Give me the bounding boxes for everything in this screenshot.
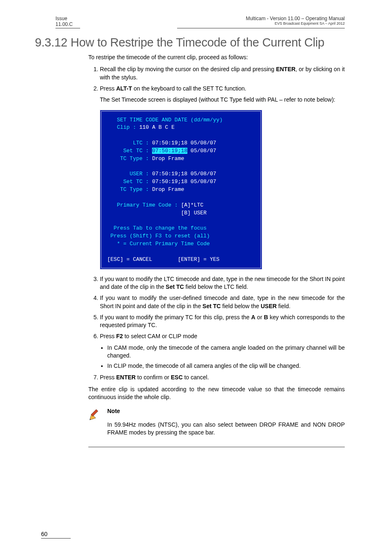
step-4-text-c: field below the: [221, 303, 261, 309]
note-title: Note: [107, 407, 345, 415]
step-6-key-f2: F2: [116, 333, 123, 339]
term-line-6b: Drop Frame: [152, 156, 184, 162]
step-2-text-a: Press: [100, 85, 116, 92]
step-6-bullet-2: In CLIP mode, the timecode of all camera…: [107, 362, 345, 370]
term-line-15: Press Tab to change the focus: [107, 225, 207, 231]
header-rules: [55, 27, 345, 28]
term-line-10b: Drop Frame: [152, 186, 184, 193]
step-2-text-d: The Set Timecode screen is displayed (wi…: [100, 96, 345, 104]
closing-paragraph: The entire clip is updated according to …: [88, 385, 345, 402]
step-7-text-a: Press: [100, 374, 116, 381]
term-line-4a: LTC :: [107, 140, 152, 146]
step-1-text-a: Recall the clip by moving the cursor on …: [100, 66, 276, 72]
step-6-text-c: to select CAM or CLIP mode: [123, 333, 197, 339]
term-line-6a: TC Type :: [107, 156, 152, 162]
section-title-text: How to Restripe the Timecode of the Curr…: [71, 36, 324, 49]
pencil-icon: [88, 407, 101, 420]
step-7-text-c: to confirm or: [136, 374, 171, 381]
note-block: Note In 59.94Hz modes (NTSC), you can al…: [88, 407, 345, 443]
page-number-value: 60: [41, 531, 48, 537]
term-line-5a: Set TC :: [107, 148, 152, 154]
term-line-5b-selected: 07:50:19;18: [152, 148, 187, 154]
note-body: In 59.94Hz modes (NTSC), you can also se…: [107, 421, 345, 437]
step-4-text-e: field.: [277, 303, 290, 309]
step-5: If you want to modify the primary TC for…: [100, 313, 345, 330]
term-line-9b: 07:50:19;18 05/08/07: [152, 179, 216, 185]
term-line-17: * = Current Primary Time Code: [107, 241, 210, 247]
term-line-8a: USER :: [107, 171, 152, 177]
intro-text: To restripe the timecode of the current …: [88, 53, 345, 61]
step-3: If you want to modify the LTC timecode a…: [100, 275, 345, 291]
step-5-key-b: B: [264, 314, 268, 320]
step-1-key-enter: ENTER: [276, 66, 295, 72]
term-line-16: Press (Shift) F3 to reset (all): [107, 233, 210, 239]
page: Issue 11.00.C Multicam - Version 11.00 –…: [0, 0, 392, 555]
issue-version: 11.00.C: [55, 21, 73, 27]
step-4-set-tc: Set TC: [203, 303, 221, 309]
issue-label: Issue: [55, 16, 73, 21]
step-7-key-enter: ENTER: [116, 374, 136, 381]
term-line-12b: [A]*LTC: [181, 202, 203, 208]
section-number: 9.3.12: [35, 36, 67, 49]
term-line-4b: 07:50:19;18 05/08/07: [152, 140, 216, 146]
manual-subtitle: EVS Broadcast Equipment SA – April 2012: [246, 21, 345, 26]
term-line-19: [ESC] = CANCEL [ENTER] = YES: [107, 256, 219, 262]
step-4: If you want to modify the user-defined t…: [100, 294, 345, 310]
step-2-key-alt-t: ALT-T: [116, 85, 132, 92]
term-line-2b: 110 A B C E: [139, 124, 175, 130]
header-rule-left: [55, 28, 80, 28]
term-line-13: [B] USER: [107, 210, 207, 216]
closing-text: The entire clip is updated according to …: [88, 385, 345, 402]
header-rule-right: [177, 28, 345, 28]
step-7-key-esc: ESC: [171, 374, 183, 381]
step-5-key-a: A: [251, 314, 255, 320]
step-6-bullet-1: In CAM mode, only the timecode of the ca…: [107, 344, 345, 360]
step-4-user: USER: [261, 303, 277, 309]
page-number: 60: [41, 531, 71, 539]
term-line-1: SET TIME CODE AND DATE (dd/mm/yy): [107, 117, 223, 123]
intro-paragraph: To restripe the timecode of the current …: [88, 53, 345, 61]
term-line-8b: 07:50:19;18 05/08/07: [152, 171, 216, 177]
svg-rect-1: [91, 409, 98, 416]
step-6: Press F2 to select CAM or CLIP mode In C…: [100, 332, 345, 370]
step-7-text-e: to cancel.: [183, 374, 209, 381]
step-6-text-a: Press: [100, 333, 116, 339]
note-rule: [88, 447, 345, 447]
page-header: Issue 11.00.C Multicam - Version 11.00 –…: [55, 16, 345, 27]
step-2: Press ALT-T on the keyboard to call the …: [100, 85, 345, 269]
note-content: Note In 59.94Hz modes (NTSC), you can al…: [107, 407, 345, 443]
set-timecode-terminal: SET TIME CODE AND DATE (dd/mm/yy) Clip :…: [100, 110, 262, 269]
step-5-text-c: or: [255, 314, 264, 320]
step-6-sublist: In CAM mode, only the timecode of the ca…: [107, 344, 345, 370]
step-7: Press ENTER to confirm or ESC to cancel.: [100, 374, 345, 381]
step-2-text-c: on the keyboard to call the SET TC funct…: [132, 85, 246, 92]
page-number-rule: [41, 538, 71, 539]
step-3-text-c: field below the LTC field.: [184, 283, 248, 290]
step-5-text-a: If you want to modify the primary TC for…: [100, 314, 251, 320]
term-line-2a: Clip :: [107, 124, 139, 130]
header-right: Multicam - Version 11.00 – Operating Man…: [246, 16, 345, 27]
steps-list: Recall the clip by moving the cursor on …: [88, 65, 345, 381]
section-title: 9.3.12How to Restripe the Timecode of th…: [35, 36, 345, 49]
terminal-screenshot-wrap: SET TIME CODE AND DATE (dd/mm/yy) Clip :…: [100, 110, 345, 269]
term-line-5c: 05/08/07: [187, 148, 216, 154]
header-left: Issue 11.00.C: [55, 16, 73, 27]
term-line-12a: Primary Time Code :: [107, 202, 181, 208]
term-line-10a: TC Type :: [107, 186, 152, 193]
manual-title: Multicam - Version 11.00 – Operating Man…: [246, 16, 345, 21]
step-1: Recall the clip by moving the cursor on …: [100, 65, 345, 81]
step-3-set-tc: Set TC: [166, 283, 184, 290]
term-line-9a: Set TC :: [107, 179, 152, 185]
